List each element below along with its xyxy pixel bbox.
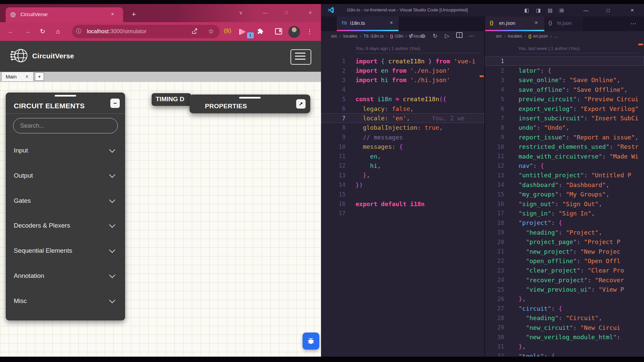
tab-close-icon[interactable]: × xyxy=(111,11,114,17)
category-gates[interactable]: Gates xyxy=(6,193,125,209)
circuit-tab-main[interactable]: Main x xyxy=(1,72,34,82)
forward-icon[interactable]: → xyxy=(23,27,32,36)
toggle-panel-icon[interactable]: ◨ xyxy=(534,7,543,14)
tab-close-icon[interactable]: × xyxy=(390,20,393,26)
code-line[interactable]: 10restricted_elements_used": "Restr xyxy=(485,142,644,152)
breadcrumb-item[interactable]: … xyxy=(554,34,558,39)
breadcrumb-item[interactable]: {}i18n xyxy=(390,34,404,39)
back-icon[interactable]: ← xyxy=(6,27,15,36)
code-line[interactable]: 16export default i18n xyxy=(321,199,484,208)
url-text[interactable]: localhost:3000/simulator xyxy=(87,28,147,35)
browser-menu-icon[interactable]: ⋮ xyxy=(307,27,313,36)
code-line[interactable]: 17 xyxy=(321,208,484,218)
category-output[interactable]: Output xyxy=(6,168,125,184)
extensions-puzzle-icon[interactable] xyxy=(257,28,264,36)
category-input[interactable]: Input xyxy=(6,143,125,159)
code-line[interactable]: 18"project": { xyxy=(485,218,644,228)
vscode-close-button[interactable]: × xyxy=(627,6,637,14)
panel-expand-icon[interactable]: ↗ xyxy=(296,99,306,109)
side-panel-icon[interactable] xyxy=(275,28,282,35)
breadcrumb-item[interactable]: TSi18n.ts xyxy=(364,34,384,39)
split-editor-icon[interactable] xyxy=(454,32,464,41)
code-line[interactable]: 1 xyxy=(485,56,644,66)
category-annotation[interactable]: Annotation xyxy=(6,268,125,284)
toggle-primary-sidebar-icon[interactable]: ◧ xyxy=(522,7,531,14)
code-line[interactable]: 17"sign_in": "Sign In", xyxy=(485,208,644,218)
share-icon[interactable] xyxy=(191,28,198,36)
code-line[interactable]: 32"tools": { xyxy=(485,351,644,357)
circuitverse-logo-icon[interactable] xyxy=(10,46,30,67)
code-line[interactable]: 14"dashboard": "Dashboard", xyxy=(485,180,644,189)
userscript-extension-icon[interactable]: {§} xyxy=(224,27,231,34)
git-blame-lens[interactable]: You, last week | 1 author (You) xyxy=(518,46,580,51)
browser-close-button[interactable]: × xyxy=(306,9,314,17)
tab-close-icon[interactable]: × xyxy=(535,20,538,26)
code-line[interactable]: 4 xyxy=(321,85,484,94)
code-line[interactable]: 5preview_circuit": "Preview Circui xyxy=(485,95,644,104)
address-bar[interactable]: ⓘ localhost:3000/simulator ☆ xyxy=(72,25,220,38)
add-circuit-button[interactable]: + xyxy=(35,72,44,81)
code-line[interactable]: 9 // messages xyxy=(321,132,484,142)
breadcrumb-item[interactable]: src xyxy=(331,34,337,39)
code-line[interactable]: 20 "project_page": "Project P xyxy=(485,237,644,246)
git-blame-lens[interactable]: You, 6 days ago | 1 author (You) xyxy=(356,46,420,51)
code-line[interactable]: 27"circuit": { xyxy=(485,304,644,313)
code-line[interactable]: 11made_with_circuitverse": "Made Wi xyxy=(485,152,644,161)
editor-group-divider[interactable] xyxy=(484,16,485,357)
code-line[interactable]: 29 "new_circuit": "New Circui xyxy=(485,323,644,332)
editor-en-json[interactable]: 12lator": {3save_online": "Save Online",… xyxy=(485,56,644,357)
arrow-extension-icon[interactable] xyxy=(240,29,246,35)
category-sequential-elements[interactable]: Sequential Elements xyxy=(6,243,125,259)
code-line[interactable]: 7 locale: 'en', You, 2 we xyxy=(321,113,484,123)
code-line[interactable]: 2lator": { xyxy=(485,66,644,75)
timing-diagram-panel[interactable]: TIMING D xyxy=(152,93,191,106)
code-line[interactable]: 4save_offline": "Save Offline", xyxy=(485,85,644,94)
code-line[interactable]: 22 "open_offline": "Open Offl xyxy=(485,256,644,265)
code-line[interactable]: 15 xyxy=(321,189,484,199)
reload-icon[interactable]: ↻ xyxy=(38,27,47,36)
code-line[interactable]: 10 messages: { xyxy=(321,142,484,152)
code-line[interactable]: 12 hi, xyxy=(321,161,484,170)
tab-i18n-ts[interactable]: TS i18n.ts × xyxy=(337,16,398,31)
panel-drag-handle[interactable] xyxy=(55,95,76,97)
code-line[interactable]: 6export_verilog": "Export Verilog" xyxy=(485,104,644,113)
browser-tab-circuitverse[interactable]: CircuitVerse × xyxy=(6,7,123,22)
element-search-input[interactable] xyxy=(13,118,118,133)
panel-drag-handle[interactable] xyxy=(239,97,261,99)
customize-layout-icon[interactable]: ⊞ xyxy=(557,7,566,14)
toggle-secondary-sidebar-icon[interactable]: ▤ xyxy=(546,7,554,14)
code-line[interactable]: 19 "heading": "Project", xyxy=(485,228,644,237)
code-line[interactable]: 15"my_groups": "My Groups", xyxy=(485,189,644,199)
category-decoders-plexers[interactable]: Decoders & Plexers xyxy=(6,218,125,234)
vscode-minimize-button[interactable]: — xyxy=(581,6,591,14)
more-actions-icon[interactable]: ⋯ xyxy=(466,32,476,41)
editor-i18n-ts[interactable]: 1import { createI18n } from 'vue-i2impor… xyxy=(321,56,484,357)
tab-en-json[interactable]: {} en.json × xyxy=(485,16,544,31)
code-line[interactable]: 3import hi from './hi.json' xyxy=(321,75,484,85)
more-actions-icon[interactable]: ⋯ xyxy=(628,19,638,28)
code-line[interactable]: 16"sign_out": "Sign Out", xyxy=(485,199,644,208)
code-line[interactable]: 2import en from './en.json' xyxy=(321,66,484,75)
code-line[interactable]: 12nav": { xyxy=(485,161,644,170)
tab-search-icon[interactable]: ∨ xyxy=(237,9,245,17)
breadcrumb-item[interactable]: locales xyxy=(343,34,358,39)
run-file-icon[interactable]: ▷ xyxy=(442,32,452,41)
breadcrumb-item[interactable]: locales xyxy=(508,34,522,39)
browser-maximize-button[interactable]: □ xyxy=(282,9,290,17)
code-line[interactable]: 26}, xyxy=(485,294,644,304)
code-line[interactable]: 23 "clear_project": "Clear Pro xyxy=(485,266,644,275)
report-issue-button[interactable] xyxy=(303,333,319,350)
code-line[interactable]: 1import { createI18n } from 'vue-i xyxy=(321,56,484,66)
bookmark-star-icon[interactable]: ☆ xyxy=(206,27,216,36)
breadcrumb-item[interactable]: {}en.json xyxy=(528,34,548,39)
home-icon[interactable]: ⌂ xyxy=(53,27,63,36)
new-tab-button[interactable]: + xyxy=(129,10,138,19)
circuit-tab-close-icon[interactable]: x xyxy=(26,74,28,79)
code-line[interactable]: 24 "recover_project": "Recover xyxy=(485,275,644,285)
code-line[interactable]: 5const i18n = createI18n({ xyxy=(321,95,484,104)
code-line[interactable]: 11 en, xyxy=(321,152,484,161)
code-line[interactable]: 6 legacy: false, xyxy=(321,104,484,113)
category-misc[interactable]: Misc xyxy=(6,293,125,309)
code-line[interactable]: 25 "view_previous_ui": "View P xyxy=(485,285,644,294)
tab-hi-json[interactable]: {} hi.json xyxy=(545,16,583,31)
